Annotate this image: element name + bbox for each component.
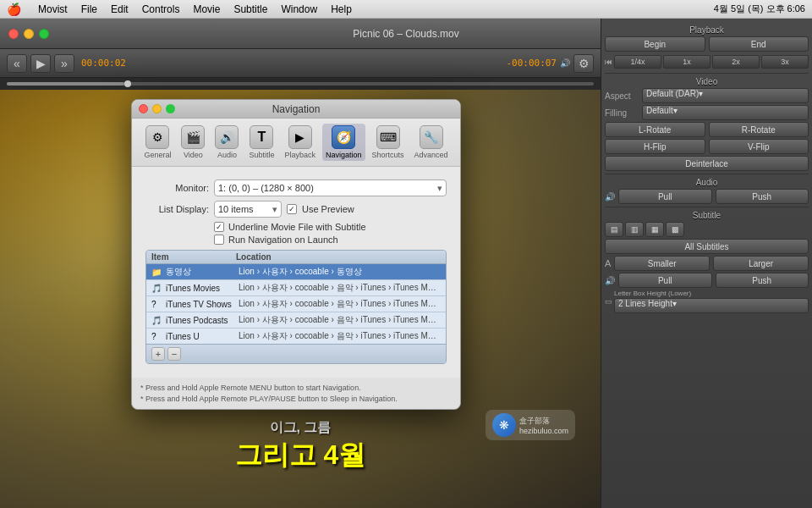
speed-2x[interactable]: 2x bbox=[712, 55, 760, 69]
add-item-button[interactable]: + bbox=[151, 347, 165, 361]
play-button[interactable]: ▶ bbox=[30, 54, 51, 73]
tab-subtitle[interactable]: T Subtitle bbox=[245, 124, 277, 161]
tab-advanced-label: Advanced bbox=[414, 151, 448, 159]
subtitle-panel-title: Subtitle bbox=[605, 211, 809, 220]
dialog-content: Monitor: 1: (0, 0) – (1280 × 800) ▾ List… bbox=[132, 167, 460, 378]
menu-movie[interactable]: Movie bbox=[193, 3, 220, 15]
table-row[interactable]: ? iTunes U Lion › 사용자 › cocoable › 음악 › … bbox=[146, 329, 446, 344]
subtitle-icon2[interactable]: ▥ bbox=[625, 222, 644, 237]
begin-button[interactable]: Begin bbox=[605, 36, 705, 52]
all-subtitles-button[interactable]: All Subtitles bbox=[605, 239, 809, 254]
monitor-arrow-icon: ▾ bbox=[437, 183, 442, 194]
subtitle-smaller-button[interactable]: Smaller bbox=[614, 256, 710, 271]
row-item: iTunes TV Shows bbox=[166, 300, 239, 309]
dialog-zoom-button[interactable] bbox=[166, 104, 175, 113]
divider-1 bbox=[605, 73, 809, 74]
minimize-button[interactable] bbox=[24, 29, 34, 39]
forward-button[interactable]: » bbox=[54, 54, 74, 73]
underline-checkbox[interactable] bbox=[214, 222, 224, 232]
speed-1x[interactable]: 1x bbox=[663, 55, 710, 69]
tab-video[interactable]: 🎬 Video bbox=[178, 124, 208, 161]
table-row[interactable]: 🎵 iTunes Movies Lion › 사용자 › cocoable › … bbox=[146, 280, 446, 296]
subtitle-icon3[interactable]: ▦ bbox=[645, 222, 664, 237]
dialog-titlebar: Navigation bbox=[132, 100, 460, 119]
subtitle-pull-button[interactable]: Pull bbox=[618, 273, 712, 288]
tab-audio[interactable]: 🔊 Audio bbox=[211, 124, 242, 161]
tab-audio-label: Audio bbox=[217, 151, 237, 159]
tab-navigation[interactable]: 🧭 Navigation bbox=[322, 124, 365, 161]
menu-help[interactable]: Help bbox=[331, 3, 352, 15]
playback-icon: ▶ bbox=[288, 125, 312, 149]
menu-file[interactable]: File bbox=[81, 3, 97, 15]
current-time: 00:00:02 bbox=[81, 58, 126, 69]
audio-push-button[interactable]: Push bbox=[716, 189, 809, 204]
rewind-button[interactable]: « bbox=[7, 54, 27, 73]
end-button[interactable]: End bbox=[709, 36, 809, 52]
dialog-controls bbox=[139, 104, 175, 113]
monitor-select[interactable]: 1: (0, 0) – (1280 × 800) ▾ bbox=[214, 179, 447, 196]
tab-shortcuts[interactable]: ⌨ Shortcuts bbox=[369, 124, 408, 161]
subtitle-larger-button[interactable]: Larger bbox=[713, 256, 809, 271]
audio-pull-button[interactable]: Pull bbox=[618, 189, 712, 204]
l-rotate-button[interactable]: L-Rotate bbox=[605, 122, 705, 137]
letter-box-select[interactable]: 2 Lines Height▾ bbox=[614, 298, 809, 313]
shortcuts-icon: ⌨ bbox=[376, 125, 400, 149]
app-window: Picnic 06 – Clouds.mov « ▶ » 00:00:02 -0… bbox=[0, 19, 812, 508]
subtitle-icon4[interactable]: ▩ bbox=[666, 222, 684, 237]
v-flip-button[interactable]: V-Flip bbox=[709, 139, 809, 154]
remove-item-button[interactable]: − bbox=[167, 347, 181, 361]
menu-subtitle[interactable]: Subtitle bbox=[233, 3, 267, 15]
filling-select[interactable]: Default▾ bbox=[642, 105, 809, 120]
speed-3x[interactable]: 3x bbox=[761, 55, 809, 69]
menu-window[interactable]: Window bbox=[281, 3, 317, 15]
deinterlace-button[interactable]: Deinterlace bbox=[605, 156, 809, 171]
list-display-value: 10 items bbox=[218, 204, 272, 214]
progress-track[interactable] bbox=[7, 82, 594, 86]
use-preview-checkbox[interactable] bbox=[287, 204, 297, 214]
table-row[interactable]: ? iTunes TV Shows Lion › 사용자 › cocoable … bbox=[146, 296, 446, 312]
tab-general[interactable]: ⚙ General bbox=[140, 124, 174, 161]
close-button[interactable] bbox=[8, 29, 19, 39]
volume-control[interactable]: 🔊 bbox=[560, 58, 570, 68]
dialog-tabs: ⚙ General 🎬 Video 🔊 Audio T Subtitle ▶ bbox=[132, 119, 460, 167]
table-row[interactable]: 🎵 iTunes Podcasts Lion › 사용자 › cocoable … bbox=[146, 312, 446, 329]
monitor-label: Monitor: bbox=[145, 183, 209, 193]
tab-advanced[interactable]: 🔧 Advanced bbox=[411, 124, 452, 161]
table-footer: + − bbox=[146, 344, 446, 363]
maximize-button[interactable] bbox=[39, 29, 49, 39]
filling-label: Filling bbox=[605, 108, 639, 118]
row-location: Lion › 사용자 › cocoable › 음악 › iTunes › iT… bbox=[239, 314, 441, 326]
table-header: Item Location bbox=[146, 251, 446, 264]
tab-shortcuts-label: Shortcuts bbox=[372, 151, 404, 159]
menu-edit[interactable]: Edit bbox=[111, 3, 129, 15]
aspect-select[interactable]: Default (DAR)▾ bbox=[642, 88, 809, 103]
h-flip-button[interactable]: H-Flip bbox=[605, 139, 705, 154]
table-row[interactable]: 📁 동영상 Lion › 사용자 › cocoable › 동영상 bbox=[146, 264, 446, 280]
row-icon: ? bbox=[151, 332, 163, 341]
row-icon: ? bbox=[151, 300, 163, 309]
subtitle-icon1[interactable]: ▤ bbox=[605, 222, 623, 237]
r-rotate-button[interactable]: R-Rotate bbox=[709, 122, 809, 137]
tab-playback[interactable]: ▶ Playback bbox=[281, 124, 319, 161]
row-location: Lion › 사용자 › cocoable › 음악 › iTunes › iT… bbox=[239, 330, 441, 342]
speed-quarter[interactable]: 1/4x bbox=[614, 55, 661, 69]
menu-controls[interactable]: Controls bbox=[142, 3, 180, 15]
watermark-icon: ❋ bbox=[492, 413, 516, 437]
progress-fill bbox=[7, 82, 124, 86]
tab-video-label: Video bbox=[184, 151, 203, 159]
progress-bar-container[interactable] bbox=[0, 78, 601, 90]
row-item: iTunes Podcasts bbox=[166, 316, 239, 325]
apple-menu[interactable]: 🍎 bbox=[7, 3, 21, 16]
footer-note2: * Press and Hold Apple Remote PLAY/PAUSE… bbox=[140, 394, 452, 405]
settings-button[interactable]: ⚙ bbox=[573, 54, 594, 73]
dialog-close-button[interactable] bbox=[139, 104, 148, 113]
run-nav-checkbox[interactable] bbox=[214, 235, 224, 245]
subtitle-a-icon: A bbox=[605, 258, 611, 268]
menu-movist[interactable]: Movist bbox=[38, 3, 68, 15]
subtitle-icon: T bbox=[250, 125, 273, 149]
list-display-select[interactable]: 10 items ▾ bbox=[214, 201, 282, 218]
subtitle-push-button[interactable]: Push bbox=[716, 273, 809, 288]
letter-box-label: Letter Box Height (Lower) bbox=[614, 290, 809, 297]
dialog-minimize-button[interactable] bbox=[152, 104, 162, 113]
watermark-text: 盒子部落hezibuluo.com bbox=[519, 416, 568, 435]
